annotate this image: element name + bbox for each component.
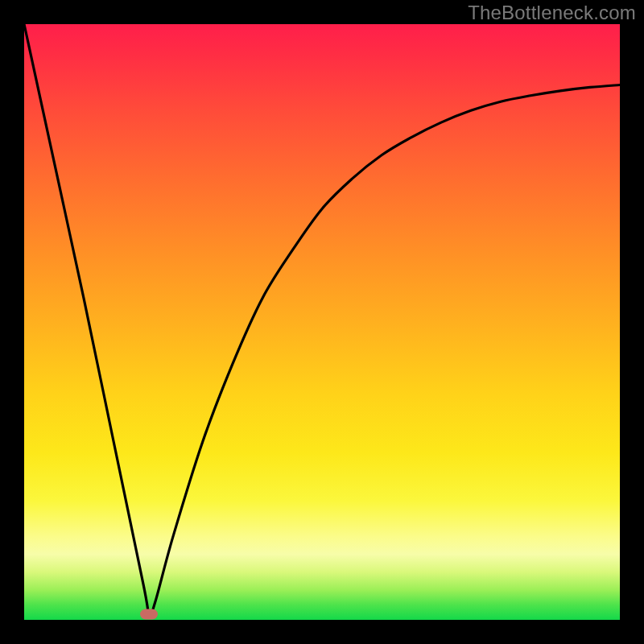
watermark-text: TheBottleneck.com: [468, 2, 636, 24]
chart-container: TheBottleneck.com: [0, 0, 644, 644]
curve-path: [24, 24, 620, 615]
curve-svg: [24, 24, 620, 620]
plot-area: [24, 24, 620, 620]
minimum-marker: [140, 609, 158, 619]
